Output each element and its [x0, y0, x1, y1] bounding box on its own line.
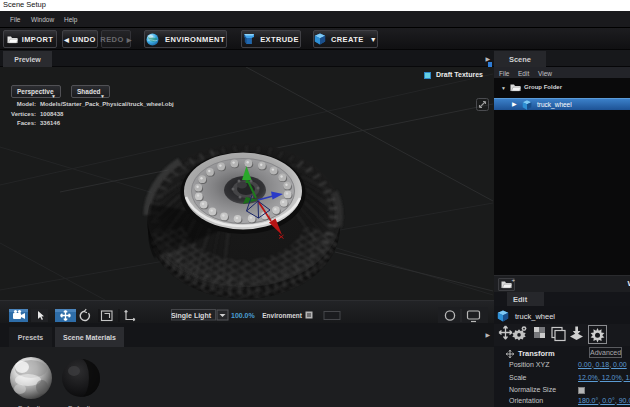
svg-text:Environment: Environment [262, 312, 303, 319]
svg-text:100.0%: 100.0% [231, 312, 256, 319]
svg-text:Single Light: Single Light [171, 312, 212, 320]
